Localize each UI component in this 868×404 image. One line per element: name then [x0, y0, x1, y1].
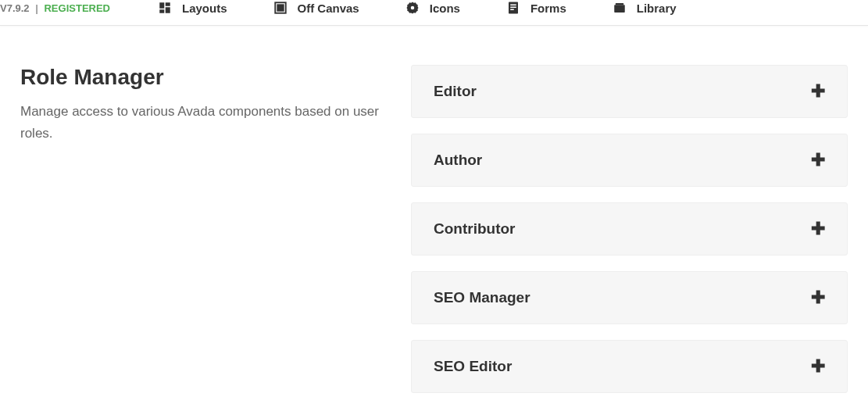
dashboard-icon — [157, 0, 173, 16]
nav-icons-label: Icons — [430, 2, 460, 15]
nav-icons[interactable]: Icons — [405, 0, 460, 16]
role-seo-manager[interactable]: SEO Manager ✚ — [411, 271, 848, 324]
svg-rect-8 — [510, 5, 516, 6]
nav-forms-label: Forms — [530, 2, 566, 15]
library-icon — [612, 0, 627, 16]
svg-rect-2 — [166, 7, 170, 13]
nav-offcanvas[interactable]: Off Canvas — [273, 0, 359, 16]
svg-rect-11 — [614, 5, 625, 13]
content: Role Manager Manage access to various Av… — [0, 26, 868, 404]
plus-icon: ✚ — [811, 356, 825, 377]
roles-list: Editor ✚ Author ✚ Contributor ✚ SEO Mana… — [411, 65, 848, 404]
svg-rect-9 — [510, 7, 516, 9]
nav-offcanvas-label: Off Canvas — [298, 2, 359, 15]
role-author[interactable]: Author ✚ — [411, 134, 848, 187]
role-seo-manager-label: SEO Manager — [434, 289, 530, 306]
plus-icon: ✚ — [811, 288, 825, 308]
svg-rect-12 — [616, 3, 624, 5]
svg-rect-5 — [277, 5, 284, 11]
role-seo-editor[interactable]: SEO Editor ✚ — [411, 340, 848, 393]
page-description: Manage access to various Avada component… — [20, 101, 380, 145]
version-info: V7.9.2 | REGISTERED — [0, 2, 110, 14]
svg-rect-10 — [510, 9, 514, 11]
plus-icon: ✚ — [811, 150, 825, 170]
registration-status: REGISTERED — [44, 2, 110, 14]
left-panel: Role Manager Manage access to various Av… — [20, 65, 380, 404]
offcanvas-icon — [273, 0, 288, 16]
plus-icon: ✚ — [811, 219, 825, 239]
svg-rect-0 — [159, 2, 164, 9]
version-separator: | — [35, 2, 38, 14]
top-nav: Layouts Off Canvas Icons Forms Library — [157, 0, 677, 16]
nav-library[interactable]: Library — [612, 0, 677, 16]
role-editor[interactable]: Editor ✚ — [411, 65, 848, 118]
role-seo-editor-label: SEO Editor — [434, 358, 512, 375]
page-title: Role Manager — [20, 65, 380, 90]
role-editor-label: Editor — [434, 83, 477, 100]
version-label: V7.9.2 — [0, 2, 30, 14]
plus-icon: ✚ — [811, 81, 825, 102]
svg-rect-1 — [166, 2, 170, 6]
svg-point-6 — [410, 6, 414, 10]
nav-forms[interactable]: Forms — [505, 0, 566, 16]
role-author-label: Author — [434, 152, 482, 169]
nav-layouts[interactable]: Layouts — [157, 0, 227, 16]
svg-rect-3 — [159, 9, 164, 13]
role-contributor[interactable]: Contributor ✚ — [411, 202, 848, 256]
form-icon — [505, 0, 521, 16]
gear-icon — [405, 0, 420, 16]
top-bar: V7.9.2 | REGISTERED Layouts Off Canvas I… — [0, 0, 868, 26]
nav-library-label: Library — [637, 2, 677, 15]
role-contributor-label: Contributor — [434, 220, 515, 238]
nav-layouts-label: Layouts — [182, 2, 227, 15]
